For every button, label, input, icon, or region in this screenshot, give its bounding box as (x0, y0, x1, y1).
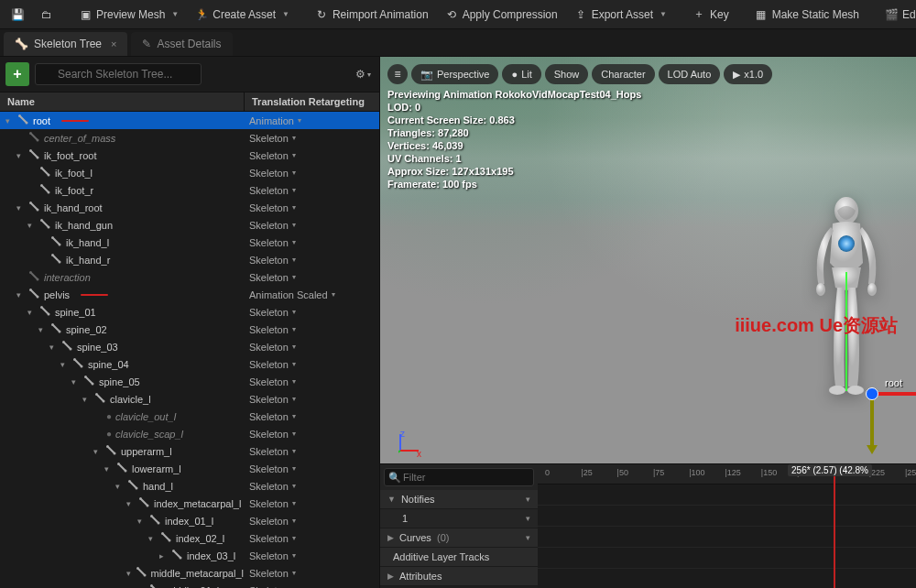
expander-icon[interactable]: ▸ (159, 551, 169, 561)
retarget-dropdown[interactable]: Skeleton▾ (244, 533, 379, 544)
expander-icon[interactable]: ▾ (126, 569, 133, 578)
settings-button[interactable]: ⚙▾ (352, 63, 374, 85)
save-button[interactable]: 💾 (4, 5, 31, 25)
reimport-button[interactable]: ↻Reimport Animation (308, 5, 436, 25)
track-notifies[interactable]: ▼Notifies▾ (380, 490, 538, 509)
make-static-button[interactable]: ▦Make Static Mesh (747, 5, 867, 25)
bone-row-clavicle_scap_l[interactable]: ●clavicle_scap_lSkeleton▾ (0, 425, 379, 442)
retarget-dropdown[interactable]: Skeleton▾ (244, 376, 379, 387)
expander-icon[interactable]: ▾ (104, 464, 114, 474)
retarget-dropdown[interactable]: Skeleton▾ (244, 185, 379, 196)
bone-row-lowerarm_l[interactable]: ▾lowerarm_lSkeleton▾ (0, 460, 379, 477)
retarget-dropdown[interactable]: Skeleton▾ (244, 237, 379, 248)
retarget-dropdown[interactable]: Skeleton▾ (244, 202, 379, 213)
close-icon[interactable]: × (111, 38, 116, 49)
expander-icon[interactable]: ▾ (5, 116, 15, 125)
add-bone-button[interactable]: + (5, 62, 29, 86)
retarget-dropdown[interactable]: Skeleton▾ (244, 446, 379, 457)
bone-row-pelvis[interactable]: ▾pelvisAnimation Scaled▾ (0, 286, 379, 303)
bone-row-middle_01_l[interactable]: ▾middle_01_lSkeleton▾ (0, 582, 379, 588)
expander-icon[interactable]: ▾ (115, 482, 125, 491)
track-additive[interactable]: Additive Layer Tracks (380, 548, 538, 567)
track-notify-1[interactable]: 1▾ (380, 509, 538, 528)
tab-skeleton-tree[interactable]: 🦴 Skeleton Tree × (4, 32, 127, 56)
bone-row-ik_foot_l[interactable]: ik_foot_lSkeleton▾ (0, 164, 379, 181)
edit-sequencer-button[interactable]: 🎬Edit in S (878, 5, 916, 25)
retarget-dropdown[interactable]: Skeleton▾ (244, 342, 379, 353)
gizmo-origin[interactable] (866, 387, 878, 400)
retarget-dropdown[interactable]: Skeleton▾ (244, 324, 379, 335)
bone-row-ik_hand_r[interactable]: ik_hand_rSkeleton▾ (0, 251, 379, 268)
preview-mesh-button[interactable]: ▣Preview Mesh▼ (71, 5, 186, 25)
bone-row-root[interactable]: ▾rootAnimation▾ (0, 112, 379, 129)
bone-row-ik_foot_root[interactable]: ▾ik_foot_rootSkeleton▾ (0, 147, 379, 164)
compress-button[interactable]: ⟲Apply Compression (438, 5, 565, 25)
bone-row-index_metacarpal_l[interactable]: ▾index_metacarpal_lSkeleton▾ (0, 495, 379, 512)
bone-row-hand_l[interactable]: ▾hand_lSkeleton▾ (0, 477, 379, 495)
perspective-button[interactable]: 📷 Perspective (411, 64, 498, 84)
bone-row-clavicle_out_l[interactable]: ●clavicle_out_lSkeleton▾ (0, 408, 379, 425)
lod-button[interactable]: LOD Auto (659, 64, 721, 84)
bone-row-index_03_l[interactable]: ▸index_03_lSkeleton▾ (0, 547, 379, 564)
expander-icon[interactable]: ▾ (82, 395, 92, 404)
retarget-dropdown[interactable]: Skeleton▾ (244, 585, 379, 589)
retarget-dropdown[interactable]: Skeleton▾ (244, 481, 379, 492)
show-button[interactable]: Show (545, 64, 589, 84)
expander-icon[interactable]: ▾ (137, 517, 147, 526)
browse-button[interactable]: 🗀 (33, 5, 60, 25)
z-axis-arrow[interactable] (870, 392, 874, 447)
retarget-dropdown[interactable]: Skeleton▾ (244, 307, 379, 318)
key-button[interactable]: ＋Key (685, 5, 736, 25)
retarget-dropdown[interactable]: Skeleton▾ (244, 516, 379, 527)
expander-icon[interactable]: ▾ (60, 360, 70, 369)
tab-asset-details[interactable]: ✎ Asset Details (131, 32, 232, 56)
bone-row-spine_04[interactable]: ▾spine_04Skeleton▾ (0, 355, 379, 373)
speed-button[interactable]: ▶ x1.0 (724, 64, 772, 84)
bone-row-index_02_l[interactable]: ▾index_02_lSkeleton▾ (0, 529, 379, 547)
bone-row-ik_foot_r[interactable]: ik_foot_rSkeleton▾ (0, 181, 379, 199)
bone-row-spine_05[interactable]: ▾spine_05Skeleton▾ (0, 373, 379, 390)
retarget-dropdown[interactable]: Skeleton▾ (244, 255, 379, 266)
track-curves[interactable]: ▶Curves (0)▾ (380, 528, 538, 548)
bone-row-upperarm_l[interactable]: ▾upperarm_lSkeleton▾ (0, 442, 379, 460)
retarget-dropdown[interactable]: Skeleton▾ (244, 411, 379, 422)
bone-row-middle_metacarpal_l[interactable]: ▾middle_metacarpal_lSkeleton▾ (0, 564, 379, 582)
bone-row-spine_02[interactable]: ▾spine_02Skeleton▾ (0, 321, 379, 338)
retarget-dropdown[interactable]: Skeleton▾ (244, 394, 379, 405)
bone-row-spine_01[interactable]: ▾spine_01Skeleton▾ (0, 303, 379, 321)
viewport-menu-button[interactable]: ≡ (387, 64, 408, 84)
retarget-dropdown[interactable]: Skeleton▾ (244, 220, 379, 231)
playhead-line[interactable] (834, 464, 835, 588)
retarget-dropdown[interactable]: Skeleton▾ (244, 272, 379, 283)
filter-tracks-input[interactable] (384, 468, 534, 486)
bone-row-interaction[interactable]: interactionSkeleton▾ (0, 268, 379, 286)
retarget-dropdown[interactable]: Skeleton▾ (244, 550, 379, 561)
column-name-header[interactable]: Name (0, 93, 244, 111)
retarget-dropdown[interactable]: Skeleton▾ (244, 463, 379, 474)
bone-row-spine_03[interactable]: ▾spine_03Skeleton▾ (0, 338, 379, 355)
viewport[interactable]: ≡ 📷 Perspective ● Lit Show Character LOD… (380, 57, 916, 463)
expander-icon[interactable]: ▾ (148, 534, 158, 543)
create-asset-button[interactable]: 🏃Create Asset▼ (188, 5, 297, 25)
export-button[interactable]: ⇪Export Asset▼ (567, 5, 674, 25)
retarget-dropdown[interactable]: Skeleton▾ (244, 359, 379, 370)
retarget-dropdown[interactable]: Animation Scaled▾ (244, 289, 379, 300)
expander-icon[interactable]: ▾ (93, 447, 103, 456)
column-retarget-header[interactable]: Translation Retargeting (244, 93, 379, 111)
retarget-dropdown[interactable]: Skeleton▾ (244, 150, 379, 161)
expander-icon[interactable]: ▾ (71, 377, 81, 387)
expander-icon[interactable]: ▾ (27, 221, 37, 230)
retarget-dropdown[interactable]: Skeleton▾ (244, 568, 379, 579)
expander-icon[interactable]: ▾ (16, 151, 26, 160)
lit-button[interactable]: ● Lit (502, 64, 540, 84)
search-skeleton-input[interactable] (35, 63, 202, 85)
expander-icon[interactable]: ▾ (126, 499, 136, 508)
character-button[interactable]: Character (592, 64, 654, 84)
expander-icon[interactable]: ▾ (27, 308, 37, 317)
retarget-dropdown[interactable]: Skeleton▾ (244, 429, 379, 440)
expander-icon[interactable]: ▾ (49, 343, 59, 352)
bone-row-index_01_l[interactable]: ▾index_01_lSkeleton▾ (0, 512, 379, 529)
retarget-dropdown[interactable]: Skeleton▾ (244, 168, 379, 179)
bone-row-ik_hand_l[interactable]: ik_hand_lSkeleton▾ (0, 234, 379, 251)
retarget-dropdown[interactable]: Animation▾ (244, 115, 379, 126)
